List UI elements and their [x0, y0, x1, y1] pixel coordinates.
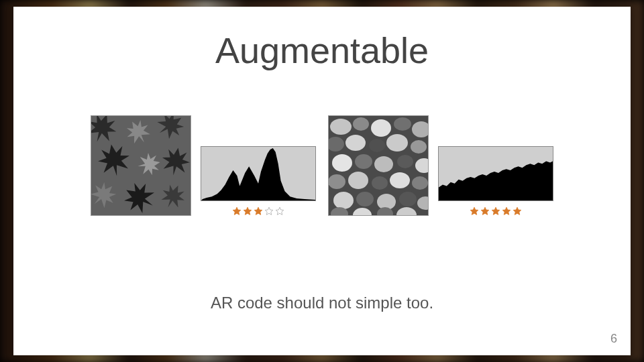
svg-point-11: [355, 154, 372, 169]
svg-point-3: [394, 117, 411, 131]
svg-point-20: [333, 192, 354, 209]
star-icon: [264, 206, 274, 216]
page-number: 6: [610, 332, 617, 346]
svg-point-2: [371, 119, 391, 137]
histogram-stack-1: [201, 146, 316, 216]
svg-point-15: [329, 174, 345, 189]
slide-caption: AR code should not simple too.: [13, 294, 631, 312]
star-icon: [480, 206, 490, 216]
svg-point-19: [412, 176, 428, 190]
svg-point-13: [397, 155, 413, 168]
svg-point-1: [353, 117, 369, 131]
svg-point-18: [390, 172, 410, 188]
histogram-image-1: [201, 146, 316, 201]
svg-point-26: [353, 208, 372, 216]
star-icon: [254, 206, 263, 216]
texture-image-pebbles: [328, 115, 429, 216]
svg-point-24: [417, 196, 429, 210]
example-group-1: [91, 115, 316, 216]
svg-point-17: [372, 176, 388, 190]
svg-point-16: [348, 172, 368, 189]
star-icon: [513, 206, 522, 216]
rating-stars-1: [232, 206, 284, 216]
star-icon: [275, 206, 284, 216]
svg-point-9: [411, 140, 427, 154]
star-icon: [502, 206, 511, 216]
slide-card: Augmentable: [13, 7, 631, 355]
svg-point-23: [399, 192, 417, 206]
svg-point-10: [332, 154, 352, 172]
svg-point-21: [356, 192, 374, 206]
svg-point-5: [329, 137, 344, 152]
svg-point-6: [345, 135, 366, 151]
svg-point-28: [396, 207, 417, 216]
rating-stars-2: [470, 206, 522, 216]
star-icon: [470, 206, 479, 216]
histogram-stack-2: [438, 146, 553, 216]
svg-point-7: [369, 139, 385, 152]
example-group-2: [328, 115, 553, 216]
svg-point-8: [386, 134, 408, 152]
content-row: [13, 115, 631, 216]
svg-point-4: [412, 121, 429, 137]
svg-point-0: [330, 119, 352, 135]
star-icon: [232, 206, 241, 216]
star-icon: [491, 206, 500, 216]
slide-title: Augmentable: [13, 29, 631, 71]
star-icon: [243, 206, 252, 216]
svg-point-12: [374, 156, 393, 172]
histogram-image-2: [438, 146, 553, 201]
svg-point-14: [415, 158, 429, 173]
texture-image-leaves: [91, 115, 191, 216]
